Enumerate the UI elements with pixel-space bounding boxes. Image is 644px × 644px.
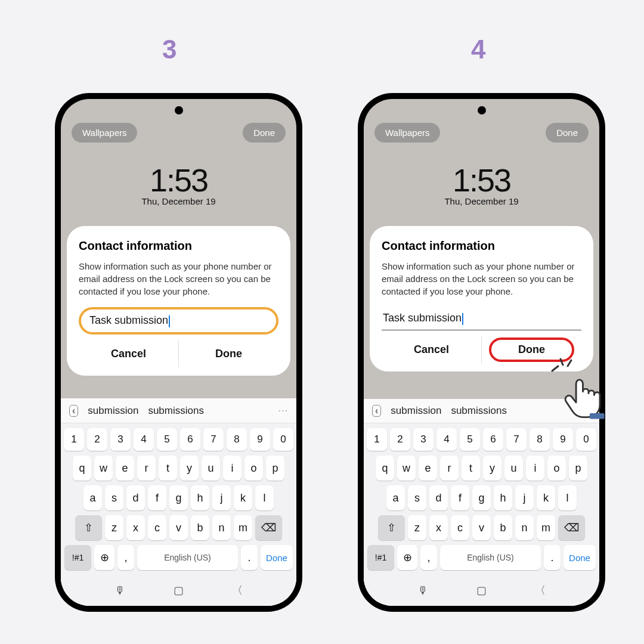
key-v[interactable]: v xyxy=(472,515,491,540)
suggestion-1[interactable]: submission xyxy=(391,405,441,417)
key-p[interactable]: p xyxy=(569,456,587,481)
key-q[interactable]: q xyxy=(73,456,91,481)
contact-text-input[interactable]: Task submission xyxy=(382,307,581,330)
key-3[interactable]: 3 xyxy=(110,428,131,451)
key-h[interactable]: h xyxy=(494,485,512,510)
cancel-button[interactable]: Cancel xyxy=(382,336,481,363)
globe-key[interactable]: ⊕ xyxy=(94,545,114,570)
cancel-button[interactable]: Cancel xyxy=(79,340,178,367)
done-button[interactable]: Done xyxy=(178,340,278,367)
key-5[interactable]: 5 xyxy=(460,428,480,451)
key-c[interactable]: c xyxy=(451,515,469,540)
key-c[interactable]: c xyxy=(148,515,166,540)
symbols-key[interactable]: !#1 xyxy=(64,545,91,570)
key-w[interactable]: w xyxy=(94,456,113,481)
wallpapers-button[interactable]: Wallpapers xyxy=(72,123,137,143)
key-h[interactable]: h xyxy=(191,485,209,510)
wallpapers-button[interactable]: Wallpapers xyxy=(374,123,440,143)
key-e[interactable]: e xyxy=(116,456,134,481)
key-d[interactable]: d xyxy=(429,485,448,510)
keyboard-done-key[interactable]: Done xyxy=(261,545,293,570)
key-r[interactable]: r xyxy=(440,456,459,481)
key-a[interactable]: a xyxy=(83,485,102,510)
key-j[interactable]: j xyxy=(212,485,231,510)
key-i[interactable]: i xyxy=(223,456,242,481)
key-l[interactable]: l xyxy=(558,485,577,510)
suggestion-1[interactable]: submission xyxy=(88,405,138,417)
nav-home-icon[interactable]: ▢ xyxy=(174,584,184,597)
key-5[interactable]: 5 xyxy=(157,428,177,451)
suggestion-back-icon[interactable]: ‹ xyxy=(69,405,78,417)
key-3[interactable]: 3 xyxy=(413,428,434,451)
key-e[interactable]: e xyxy=(419,456,437,481)
key-d[interactable]: d xyxy=(126,485,145,510)
key-y[interactable]: y xyxy=(483,456,501,481)
key-a[interactable]: a xyxy=(386,485,405,510)
keyboard-done-key[interactable]: Done xyxy=(564,545,596,570)
key-x[interactable]: x xyxy=(429,515,448,540)
key-w[interactable]: w xyxy=(397,456,416,481)
key-2[interactable]: 2 xyxy=(87,428,107,451)
key-o[interactable]: o xyxy=(244,456,263,481)
contact-text-input-highlighted[interactable]: Task submission xyxy=(79,307,278,335)
key-g[interactable]: g xyxy=(472,485,491,510)
key-6[interactable]: 6 xyxy=(180,428,200,451)
nav-back-icon[interactable]: 〈 xyxy=(535,583,546,597)
key-v[interactable]: v xyxy=(169,515,188,540)
key-q[interactable]: q xyxy=(376,456,394,481)
spacebar[interactable]: English (US) xyxy=(137,545,238,570)
backspace-key[interactable]: ⌫ xyxy=(558,515,585,540)
key-m[interactable]: m xyxy=(537,515,555,540)
key-s[interactable]: s xyxy=(408,485,426,510)
mic-icon[interactable]: 🎙 xyxy=(417,584,428,597)
key-9[interactable]: 9 xyxy=(250,428,270,451)
key-7[interactable]: 7 xyxy=(203,428,224,451)
suggestion-2[interactable]: submissions xyxy=(148,405,204,417)
key-r[interactable]: r xyxy=(137,456,156,481)
key-0[interactable]: 0 xyxy=(576,428,596,451)
key-u[interactable]: u xyxy=(504,456,523,481)
shift-key[interactable]: ⇧ xyxy=(378,515,405,540)
key-k[interactable]: k xyxy=(234,485,252,510)
key-l[interactable]: l xyxy=(255,485,274,510)
key-n[interactable]: n xyxy=(212,515,231,540)
key-s[interactable]: s xyxy=(105,485,123,510)
suggestion-2[interactable]: submissions xyxy=(451,405,507,417)
key-x[interactable]: x xyxy=(126,515,145,540)
key-8[interactable]: 8 xyxy=(227,428,247,451)
suggestion-back-icon[interactable]: ‹ xyxy=(372,405,381,417)
key-1[interactable]: 1 xyxy=(367,428,387,451)
key-8[interactable]: 8 xyxy=(530,428,550,451)
comma-key[interactable]: , xyxy=(117,545,134,570)
nav-home-icon[interactable]: ▢ xyxy=(476,584,487,597)
key-t[interactable]: t xyxy=(462,456,480,481)
key-b[interactable]: b xyxy=(191,515,209,540)
key-9[interactable]: 9 xyxy=(553,428,573,451)
key-n[interactable]: n xyxy=(515,515,534,540)
key-o[interactable]: o xyxy=(547,456,566,481)
key-0[interactable]: 0 xyxy=(273,428,293,451)
key-j[interactable]: j xyxy=(515,485,534,510)
period-key[interactable]: . xyxy=(241,545,258,570)
done-pill-button[interactable]: Done xyxy=(546,123,589,143)
key-2[interactable]: 2 xyxy=(390,428,410,451)
done-pill-button[interactable]: Done xyxy=(243,123,286,143)
shift-key[interactable]: ⇧ xyxy=(75,515,102,540)
backspace-key[interactable]: ⌫ xyxy=(255,515,282,540)
globe-key[interactable]: ⊕ xyxy=(397,545,417,570)
key-m[interactable]: m xyxy=(234,515,252,540)
key-i[interactable]: i xyxy=(526,456,544,481)
nav-back-icon[interactable]: 〈 xyxy=(232,583,243,597)
key-p[interactable]: p xyxy=(266,456,284,481)
key-4[interactable]: 4 xyxy=(436,428,457,451)
period-key[interactable]: . xyxy=(544,545,561,570)
key-k[interactable]: k xyxy=(537,485,555,510)
key-y[interactable]: y xyxy=(180,456,199,481)
key-z[interactable]: z xyxy=(408,515,426,540)
key-6[interactable]: 6 xyxy=(483,428,503,451)
key-4[interactable]: 4 xyxy=(134,428,154,451)
key-z[interactable]: z xyxy=(105,515,123,540)
key-b[interactable]: b xyxy=(494,515,512,540)
mic-icon[interactable]: 🎙 xyxy=(114,584,125,597)
symbols-key[interactable]: !#1 xyxy=(367,545,394,570)
